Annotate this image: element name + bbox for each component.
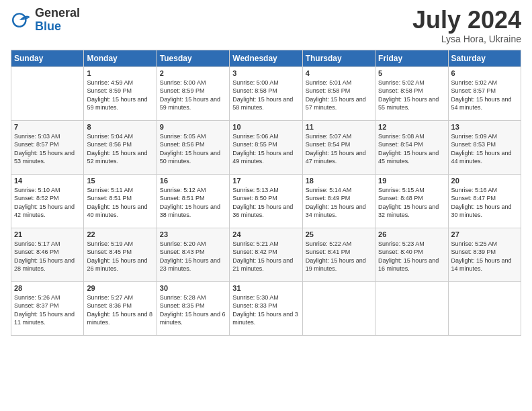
day-number: 22 [87, 230, 153, 238]
logo: General Blue [11, 7, 80, 34]
day-number: 10 [232, 123, 299, 131]
header: General Blue July 2024 Lysa Hora, Ukrain… [11, 7, 521, 44]
calendar-cell: 25Sunrise: 5:22 AMSunset: 8:41 PMDayligh… [302, 228, 375, 281]
svg-point-0 [13, 13, 26, 26]
day-info: Sunrise: 5:04 AMSunset: 8:56 PMDaylight:… [87, 132, 153, 166]
calendar-cell: 20Sunrise: 5:16 AMSunset: 8:47 PMDayligh… [448, 174, 521, 228]
day-info: Sunrise: 5:21 AMSunset: 8:42 PMDaylight:… [232, 240, 299, 273]
header-row: SundayMondayTuesdayWednesdayThursdayFrid… [11, 50, 521, 66]
day-number: 2 [160, 69, 226, 77]
calendar-cell: 7Sunrise: 5:03 AMSunset: 8:57 PMDaylight… [11, 120, 84, 174]
day-number: 21 [14, 230, 81, 238]
day-info: Sunrise: 5:19 AMSunset: 8:45 PMDaylight:… [87, 240, 153, 273]
day-number: 27 [451, 230, 518, 238]
calendar-page: General Blue July 2024 Lysa Hora, Ukrain… [0, 0, 532, 411]
col-header-saturday: Saturday [448, 50, 521, 66]
day-info: Sunrise: 5:05 AMSunset: 8:56 PMDaylight:… [160, 132, 226, 166]
day-info: Sunrise: 5:26 AMSunset: 8:37 PMDaylight:… [14, 293, 81, 327]
week-row-3: 21Sunrise: 5:17 AMSunset: 8:46 PMDayligh… [11, 228, 521, 281]
day-info: Sunrise: 5:27 AMSunset: 8:36 PMDaylight:… [87, 293, 153, 327]
logo-general: General [35, 7, 80, 20]
logo-blue: Blue [35, 20, 80, 34]
day-number: 24 [232, 230, 299, 238]
day-number: 14 [14, 177, 81, 185]
day-number: 9 [160, 123, 226, 131]
calendar-cell: 8Sunrise: 5:04 AMSunset: 8:56 PMDaylight… [84, 120, 157, 174]
col-header-wednesday: Wednesday [230, 50, 302, 66]
calendar-cell [375, 281, 448, 335]
col-header-friday: Friday [375, 50, 448, 66]
day-number: 25 [306, 230, 372, 238]
day-info: Sunrise: 5:00 AMSunset: 8:59 PMDaylight:… [160, 79, 226, 112]
col-header-sunday: Sunday [11, 50, 84, 66]
day-info: Sunrise: 5:25 AMSunset: 8:39 PMDaylight:… [451, 240, 518, 273]
calendar-cell: 1Sunrise: 4:59 AMSunset: 8:59 PMDaylight… [84, 66, 157, 120]
calendar-cell: 17Sunrise: 5:13 AMSunset: 8:50 PMDayligh… [230, 174, 302, 228]
day-info: Sunrise: 5:11 AMSunset: 8:51 PMDaylight:… [87, 186, 153, 220]
day-number: 18 [306, 177, 372, 185]
day-info: Sunrise: 5:30 AMSunset: 8:33 PMDaylight:… [232, 293, 299, 327]
calendar-cell: 28Sunrise: 5:26 AMSunset: 8:37 PMDayligh… [11, 281, 84, 335]
day-info: Sunrise: 5:00 AMSunset: 8:58 PMDaylight:… [232, 79, 299, 112]
day-number: 4 [306, 69, 372, 77]
calendar-cell: 15Sunrise: 5:11 AMSunset: 8:51 PMDayligh… [84, 174, 157, 228]
calendar-cell: 27Sunrise: 5:25 AMSunset: 8:39 PMDayligh… [448, 228, 521, 281]
calendar-cell: 13Sunrise: 5:09 AMSunset: 8:53 PMDayligh… [448, 120, 521, 174]
calendar-cell [448, 281, 521, 335]
day-number: 17 [232, 177, 299, 185]
day-info: Sunrise: 4:59 AMSunset: 8:59 PMDaylight:… [87, 79, 153, 112]
day-number: 20 [451, 177, 518, 185]
day-info: Sunrise: 5:16 AMSunset: 8:47 PMDaylight:… [451, 186, 518, 220]
calendar-cell: 3Sunrise: 5:00 AMSunset: 8:58 PMDaylight… [230, 66, 302, 120]
day-number: 13 [451, 123, 518, 131]
week-row-4: 28Sunrise: 5:26 AMSunset: 8:37 PMDayligh… [11, 281, 521, 335]
title-block: July 2024 Lysa Hora, Ukraine [412, 7, 521, 44]
calendar-cell: 9Sunrise: 5:05 AMSunset: 8:56 PMDaylight… [157, 120, 229, 174]
week-row-1: 7Sunrise: 5:03 AMSunset: 8:57 PMDaylight… [11, 120, 521, 174]
month-title: July 2024 [412, 7, 521, 34]
calendar-cell: 12Sunrise: 5:08 AMSunset: 8:54 PMDayligh… [375, 120, 448, 174]
day-number: 19 [378, 177, 445, 185]
day-info: Sunrise: 5:23 AMSunset: 8:40 PMDaylight:… [378, 240, 445, 273]
calendar-cell: 30Sunrise: 5:28 AMSunset: 8:35 PMDayligh… [157, 281, 229, 335]
calendar-cell: 2Sunrise: 5:00 AMSunset: 8:59 PMDaylight… [157, 66, 229, 120]
day-number: 1 [87, 69, 153, 77]
day-info: Sunrise: 5:22 AMSunset: 8:41 PMDaylight:… [306, 240, 372, 273]
col-header-monday: Monday [84, 50, 157, 66]
day-number: 23 [160, 230, 226, 238]
calendar-cell: 16Sunrise: 5:12 AMSunset: 8:51 PMDayligh… [157, 174, 229, 228]
calendar-cell: 26Sunrise: 5:23 AMSunset: 8:40 PMDayligh… [375, 228, 448, 281]
day-info: Sunrise: 5:20 AMSunset: 8:43 PMDaylight:… [160, 240, 226, 273]
calendar-cell [11, 66, 84, 120]
day-info: Sunrise: 5:15 AMSunset: 8:48 PMDaylight:… [378, 186, 445, 220]
day-info: Sunrise: 5:28 AMSunset: 8:35 PMDaylight:… [160, 293, 226, 327]
day-number: 28 [14, 284, 81, 292]
day-number: 8 [87, 123, 153, 131]
day-number: 6 [451, 69, 518, 77]
logo-text: General Blue [35, 7, 80, 34]
calendar-cell: 14Sunrise: 5:10 AMSunset: 8:52 PMDayligh… [11, 174, 84, 228]
day-info: Sunrise: 5:10 AMSunset: 8:52 PMDaylight:… [14, 186, 81, 220]
col-header-tuesday: Tuesday [157, 50, 229, 66]
col-header-thursday: Thursday [302, 50, 375, 66]
day-number: 7 [14, 123, 81, 131]
day-number: 29 [87, 284, 153, 292]
calendar-cell: 21Sunrise: 5:17 AMSunset: 8:46 PMDayligh… [11, 228, 84, 281]
day-info: Sunrise: 5:12 AMSunset: 8:51 PMDaylight:… [160, 186, 226, 220]
day-number: 15 [87, 177, 153, 185]
calendar-cell: 19Sunrise: 5:15 AMSunset: 8:48 PMDayligh… [375, 174, 448, 228]
day-number: 31 [232, 284, 299, 292]
day-info: Sunrise: 5:07 AMSunset: 8:54 PMDaylight:… [306, 132, 372, 166]
day-info: Sunrise: 5:13 AMSunset: 8:50 PMDaylight:… [232, 186, 299, 220]
calendar-table: SundayMondayTuesdayWednesdayThursdayFrid… [11, 50, 521, 336]
day-number: 5 [378, 69, 445, 77]
day-number: 3 [232, 69, 299, 77]
day-number: 12 [378, 123, 445, 131]
day-number: 11 [306, 123, 372, 131]
calendar-cell [302, 281, 375, 335]
day-info: Sunrise: 5:09 AMSunset: 8:53 PMDaylight:… [451, 132, 518, 166]
calendar-cell: 31Sunrise: 5:30 AMSunset: 8:33 PMDayligh… [230, 281, 302, 335]
calendar-cell: 18Sunrise: 5:14 AMSunset: 8:49 PMDayligh… [302, 174, 375, 228]
day-number: 30 [160, 284, 226, 292]
day-number: 26 [378, 230, 445, 238]
